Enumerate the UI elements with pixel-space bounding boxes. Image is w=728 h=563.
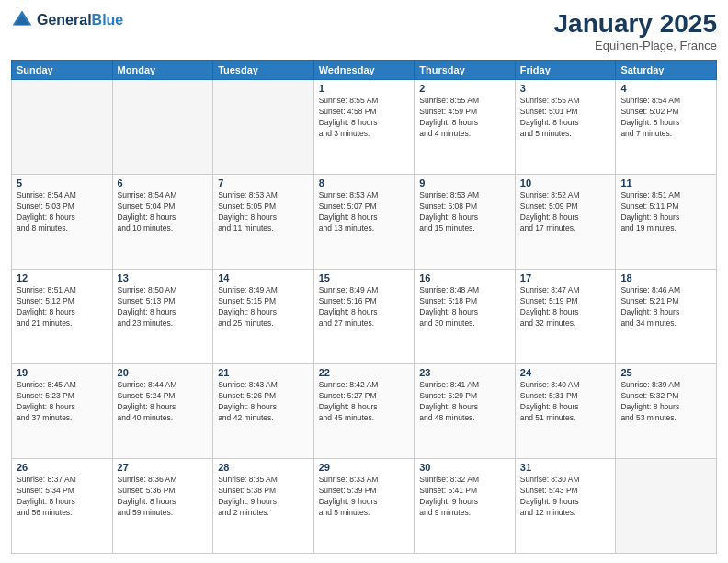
day-info: Sunrise: 8:50 AM Sunset: 5:13 PM Dayligh… (118, 285, 209, 329)
day-info: Sunrise: 8:33 AM Sunset: 5:39 PM Dayligh… (319, 475, 410, 519)
day-info: Sunrise: 8:53 AM Sunset: 5:07 PM Dayligh… (319, 190, 410, 235)
day-info: Sunrise: 8:54 AM Sunset: 5:02 PM Dayligh… (620, 96, 711, 140)
day-info: Sunrise: 8:37 AM Sunset: 5:34 PM Dayligh… (17, 475, 108, 519)
day-info: Sunrise: 8:30 AM Sunset: 5:43 PM Dayligh… (520, 475, 611, 519)
calendar-table: Sunday Monday Tuesday Wednesday Thursday… (11, 60, 717, 554)
calendar-cell: 3Sunrise: 8:55 AM Sunset: 5:01 PM Daylig… (515, 80, 616, 175)
calendar-cell: 27Sunrise: 8:36 AM Sunset: 5:36 PM Dayli… (112, 459, 213, 554)
calendar-cell: 11Sunrise: 8:51 AM Sunset: 5:11 PM Dayli… (616, 175, 717, 270)
day-number: 20 (118, 367, 209, 378)
day-info: Sunrise: 8:49 AM Sunset: 5:16 PM Dayligh… (319, 285, 410, 329)
day-number: 2 (419, 83, 510, 94)
calendar-cell: 6Sunrise: 8:54 AM Sunset: 5:04 PM Daylig… (112, 175, 213, 270)
calendar-cell: 12Sunrise: 8:51 AM Sunset: 5:12 PM Dayli… (12, 270, 113, 364)
day-info: Sunrise: 8:54 AM Sunset: 5:04 PM Dayligh… (118, 190, 209, 235)
day-number: 21 (218, 367, 309, 378)
day-info: Sunrise: 8:54 AM Sunset: 5:03 PM Dayligh… (17, 190, 108, 235)
header: GeneralBlue January 2025 Equihen-Plage, … (11, 9, 717, 52)
day-number: 28 (218, 462, 309, 473)
calendar-cell (616, 459, 717, 554)
day-number: 13 (118, 272, 209, 283)
calendar-week-3: 12Sunrise: 8:51 AM Sunset: 5:12 PM Dayli… (12, 270, 717, 364)
day-info: Sunrise: 8:55 AM Sunset: 4:58 PM Dayligh… (319, 96, 410, 140)
day-number: 6 (118, 178, 209, 189)
day-number: 19 (17, 367, 108, 378)
day-number: 5 (17, 178, 108, 189)
day-number: 22 (319, 367, 410, 378)
day-number: 10 (520, 178, 611, 189)
day-number: 16 (419, 272, 510, 283)
calendar-cell: 30Sunrise: 8:32 AM Sunset: 5:41 PM Dayli… (415, 459, 516, 554)
day-number: 11 (620, 178, 711, 189)
calendar-cell: 29Sunrise: 8:33 AM Sunset: 5:39 PM Dayli… (313, 459, 415, 554)
calendar-cell: 10Sunrise: 8:52 AM Sunset: 5:09 PM Dayli… (515, 175, 616, 270)
logo-icon (11, 9, 33, 31)
calendar-cell (12, 80, 113, 175)
title-block: January 2025 Equihen-Plage, France (554, 9, 717, 52)
calendar-cell: 4Sunrise: 8:54 AM Sunset: 5:02 PM Daylig… (616, 80, 717, 175)
calendar-cell: 25Sunrise: 8:39 AM Sunset: 5:32 PM Dayli… (616, 364, 717, 459)
day-info: Sunrise: 8:49 AM Sunset: 5:15 PM Dayligh… (218, 285, 309, 329)
calendar-cell (112, 80, 213, 175)
month-title: January 2025 (554, 9, 717, 39)
day-info: Sunrise: 8:35 AM Sunset: 5:38 PM Dayligh… (218, 475, 309, 519)
day-info: Sunrise: 8:45 AM Sunset: 5:23 PM Dayligh… (17, 380, 108, 424)
day-info: Sunrise: 8:43 AM Sunset: 5:26 PM Dayligh… (218, 380, 309, 424)
page: GeneralBlue January 2025 Equihen-Plage, … (0, 0, 728, 563)
col-saturday: Saturday (616, 61, 717, 80)
calendar-week-1: 1Sunrise: 8:55 AM Sunset: 4:58 PM Daylig… (12, 80, 717, 175)
day-number: 1 (319, 83, 410, 94)
day-number: 27 (118, 462, 209, 473)
day-info: Sunrise: 8:48 AM Sunset: 5:18 PM Dayligh… (419, 285, 510, 329)
day-info: Sunrise: 8:52 AM Sunset: 5:09 PM Dayligh… (520, 190, 611, 235)
col-sunday: Sunday (12, 61, 113, 80)
day-number: 30 (419, 462, 510, 473)
location: Equihen-Plage, France (554, 39, 717, 52)
day-info: Sunrise: 8:55 AM Sunset: 4:59 PM Dayligh… (419, 96, 510, 140)
calendar-cell: 2Sunrise: 8:55 AM Sunset: 4:59 PM Daylig… (415, 80, 516, 175)
day-number: 12 (17, 272, 108, 283)
day-info: Sunrise: 8:55 AM Sunset: 5:01 PM Dayligh… (520, 96, 611, 140)
day-number: 17 (520, 272, 611, 283)
calendar-week-5: 26Sunrise: 8:37 AM Sunset: 5:34 PM Dayli… (12, 459, 717, 554)
calendar-cell: 28Sunrise: 8:35 AM Sunset: 5:38 PM Dayli… (213, 459, 314, 554)
day-number: 15 (319, 272, 410, 283)
calendar-cell: 8Sunrise: 8:53 AM Sunset: 5:07 PM Daylig… (313, 175, 415, 270)
day-info: Sunrise: 8:53 AM Sunset: 5:08 PM Dayligh… (419, 190, 510, 235)
day-number: 29 (319, 462, 410, 473)
logo: GeneralBlue (11, 9, 123, 31)
calendar-cell: 5Sunrise: 8:54 AM Sunset: 5:03 PM Daylig… (12, 175, 113, 270)
day-info: Sunrise: 8:41 AM Sunset: 5:29 PM Dayligh… (419, 380, 510, 424)
day-info: Sunrise: 8:39 AM Sunset: 5:32 PM Dayligh… (620, 380, 711, 424)
day-info: Sunrise: 8:46 AM Sunset: 5:21 PM Dayligh… (620, 285, 711, 329)
calendar-cell: 9Sunrise: 8:53 AM Sunset: 5:08 PM Daylig… (415, 175, 516, 270)
day-number: 25 (620, 367, 711, 378)
calendar-cell: 7Sunrise: 8:53 AM Sunset: 5:05 PM Daylig… (213, 175, 314, 270)
calendar-week-2: 5Sunrise: 8:54 AM Sunset: 5:03 PM Daylig… (12, 175, 717, 270)
day-number: 8 (319, 178, 410, 189)
calendar-cell: 17Sunrise: 8:47 AM Sunset: 5:19 PM Dayli… (515, 270, 616, 364)
calendar-cell: 21Sunrise: 8:43 AM Sunset: 5:26 PM Dayli… (213, 364, 314, 459)
calendar-cell: 26Sunrise: 8:37 AM Sunset: 5:34 PM Dayli… (12, 459, 113, 554)
calendar-cell: 18Sunrise: 8:46 AM Sunset: 5:21 PM Dayli… (616, 270, 717, 364)
col-wednesday: Wednesday (313, 61, 415, 80)
day-number: 14 (218, 272, 309, 283)
calendar-cell: 24Sunrise: 8:40 AM Sunset: 5:31 PM Dayli… (515, 364, 616, 459)
calendar-cell: 1Sunrise: 8:55 AM Sunset: 4:58 PM Daylig… (313, 80, 415, 175)
day-number: 3 (520, 83, 611, 94)
day-number: 9 (419, 178, 510, 189)
col-tuesday: Tuesday (213, 61, 314, 80)
day-info: Sunrise: 8:36 AM Sunset: 5:36 PM Dayligh… (118, 475, 209, 519)
col-monday: Monday (112, 61, 213, 80)
day-number: 31 (520, 462, 611, 473)
col-thursday: Thursday (415, 61, 516, 80)
day-number: 26 (17, 462, 108, 473)
logo-text: GeneralBlue (37, 12, 123, 29)
calendar-cell: 22Sunrise: 8:42 AM Sunset: 5:27 PM Dayli… (313, 364, 415, 459)
calendar-cell: 23Sunrise: 8:41 AM Sunset: 5:29 PM Dayli… (415, 364, 516, 459)
day-info: Sunrise: 8:51 AM Sunset: 5:11 PM Dayligh… (620, 190, 711, 235)
calendar-cell: 16Sunrise: 8:48 AM Sunset: 5:18 PM Dayli… (415, 270, 516, 364)
day-info: Sunrise: 8:51 AM Sunset: 5:12 PM Dayligh… (17, 285, 108, 329)
day-number: 24 (520, 367, 611, 378)
calendar-cell: 13Sunrise: 8:50 AM Sunset: 5:13 PM Dayli… (112, 270, 213, 364)
